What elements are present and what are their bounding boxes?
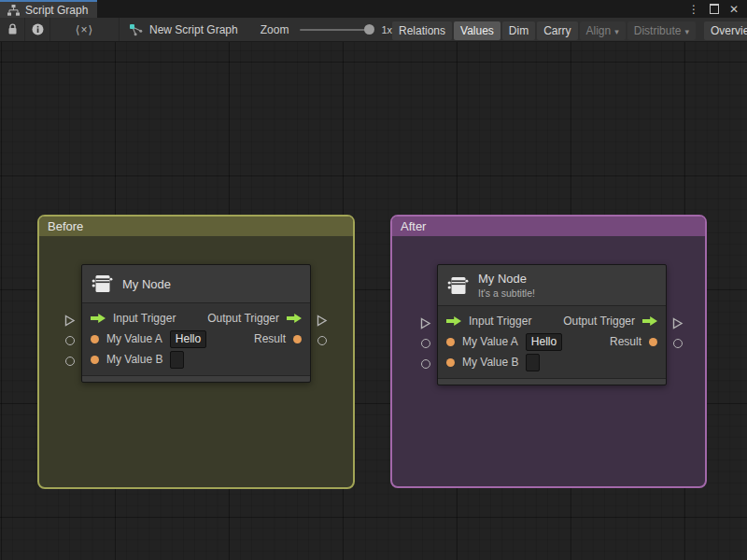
distribute-menu[interactable]: Distribute▾: [627, 21, 696, 40]
result-label: Result: [254, 332, 286, 345]
port-row-trigger: Input Trigger Output Trigger: [446, 311, 657, 331]
code-view-button[interactable]: ⟨×⟩: [50, 18, 119, 41]
result-label: Result: [610, 335, 641, 348]
external-value-input[interactable]: [421, 359, 430, 369]
script-graph-window: Script Graph ⋮ ✕: [0, 0, 747, 560]
menu-icon[interactable]: ⋮: [688, 4, 699, 15]
value-input-port[interactable]: [91, 335, 99, 343]
external-flow-output[interactable]: [672, 317, 684, 329]
code-icon: ⟨×⟩: [76, 23, 93, 36]
value-a-input[interactable]: Hello: [170, 330, 206, 348]
unit-icon: [447, 274, 470, 297]
node-body: Input Trigger Output Trigger My Value A …: [82, 303, 310, 371]
tab-title: Script Graph: [25, 4, 88, 17]
group-after-title[interactable]: After: [392, 217, 705, 236]
zoom-label: Zoom: [261, 23, 289, 36]
external-flow-output[interactable]: [317, 315, 328, 327]
toolbar-toggles: Relations Values Dim Carry Align▾ Distri…: [392, 18, 747, 41]
dim-button[interactable]: Dim: [502, 21, 535, 40]
external-value-input[interactable]: [421, 339, 430, 348]
external-value-output[interactable]: [317, 336, 327, 345]
align-label: Align: [586, 24, 612, 37]
port-row-value-a: My Value A Hello Result: [446, 331, 657, 352]
node-title: My Node: [478, 272, 535, 286]
toolbar-left-icons: ⟨×⟩: [0, 18, 119, 41]
external-value-input[interactable]: [65, 357, 75, 366]
chevron-down-icon: ▾: [614, 27, 619, 36]
graph-name-button[interactable]: New Script Graph: [129, 23, 238, 36]
script-graph-icon: [129, 23, 143, 36]
flow-output-port[interactable]: [642, 316, 657, 326]
value-a-label: My Value A: [462, 335, 518, 348]
node-body: Input Trigger Output Trigger My Value A …: [438, 306, 666, 374]
overview-button[interactable]: Overview: [704, 21, 747, 40]
value-input-port[interactable]: [446, 338, 455, 346]
input-trigger-label: Input Trigger: [469, 315, 531, 328]
port-row-value-a: My Value A Hello Result: [91, 329, 302, 349]
info-icon: [32, 23, 44, 35]
chevron-down-icon: ▾: [684, 27, 689, 36]
value-input-port[interactable]: [91, 356, 99, 364]
value-input-port[interactable]: [446, 358, 455, 367]
node-title: My Node: [122, 277, 171, 291]
node-my-node-before[interactable]: My Node Input Trigger Output Trigger My …: [81, 264, 311, 383]
tab-bar: Script Graph ⋮ ✕: [0, 0, 747, 18]
unit-icon: [92, 273, 114, 295]
value-a-label: My Value A: [106, 332, 162, 345]
node-header[interactable]: My Node: [82, 265, 310, 303]
value-b-label: My Value B: [462, 356, 518, 369]
external-flow-input[interactable]: [420, 317, 431, 329]
value-output-port[interactable]: [293, 335, 302, 343]
value-b-input[interactable]: [526, 354, 540, 371]
external-flow-input[interactable]: [64, 315, 76, 327]
input-trigger-label: Input Trigger: [113, 312, 176, 325]
node-my-node-after[interactable]: My Node It's a subtitle! Input Trigger O…: [437, 264, 667, 385]
maximize-icon[interactable]: [710, 4, 719, 14]
zoom-control: Zoom 1x: [261, 23, 392, 36]
value-b-input[interactable]: [170, 351, 184, 369]
external-value-input[interactable]: [65, 336, 75, 345]
group-before-title[interactable]: Before: [39, 217, 353, 236]
graph-name-label: New Script Graph: [149, 23, 238, 36]
info-button[interactable]: [25, 18, 49, 41]
output-trigger-label: Output Trigger: [563, 315, 635, 328]
output-trigger-label: Output Trigger: [207, 312, 279, 325]
flow-input-port[interactable]: [446, 316, 461, 326]
align-menu[interactable]: Align▾: [580, 21, 626, 40]
zoom-slider[interactable]: [300, 29, 373, 31]
port-row-value-b: My Value B: [446, 352, 657, 372]
value-a-input[interactable]: Hello: [526, 333, 562, 351]
node-footer: [438, 378, 666, 385]
carry-button[interactable]: Carry: [537, 21, 577, 40]
window-controls: ⋮ ✕: [688, 0, 747, 18]
value-b-label: My Value B: [106, 353, 162, 366]
graph-toolbar: ⟨×⟩ New Script Graph Zoom 1x: [0, 18, 747, 42]
value-output-port[interactable]: [649, 338, 657, 346]
zoom-slider-handle[interactable]: [364, 24, 374, 35]
close-icon[interactable]: ✕: [729, 4, 739, 15]
external-value-output[interactable]: [673, 339, 683, 348]
toolbar-main: New Script Graph Zoom 1x Relations Value…: [120, 18, 747, 41]
port-row-trigger: Input Trigger Output Trigger: [91, 308, 302, 329]
zoom-value: 1x: [381, 24, 392, 35]
graph-canvas[interactable]: Before After My Node: [0, 42, 747, 560]
node-footer: [82, 375, 310, 382]
flow-input-port[interactable]: [91, 314, 106, 323]
lock-button[interactable]: [0, 18, 24, 41]
distribute-label: Distribute: [634, 24, 682, 37]
graph-hierarchy-icon: [7, 5, 20, 16]
node-header[interactable]: My Node It's a subtitle!: [438, 265, 666, 306]
port-row-value-b: My Value B: [91, 349, 302, 370]
values-button[interactable]: Values: [454, 21, 500, 40]
lock-icon: [7, 23, 18, 35]
node-subtitle: It's a subtitle!: [478, 287, 535, 299]
flow-output-port[interactable]: [287, 314, 302, 323]
relations-button[interactable]: Relations: [392, 21, 452, 40]
tab-script-graph[interactable]: Script Graph: [0, 0, 97, 18]
